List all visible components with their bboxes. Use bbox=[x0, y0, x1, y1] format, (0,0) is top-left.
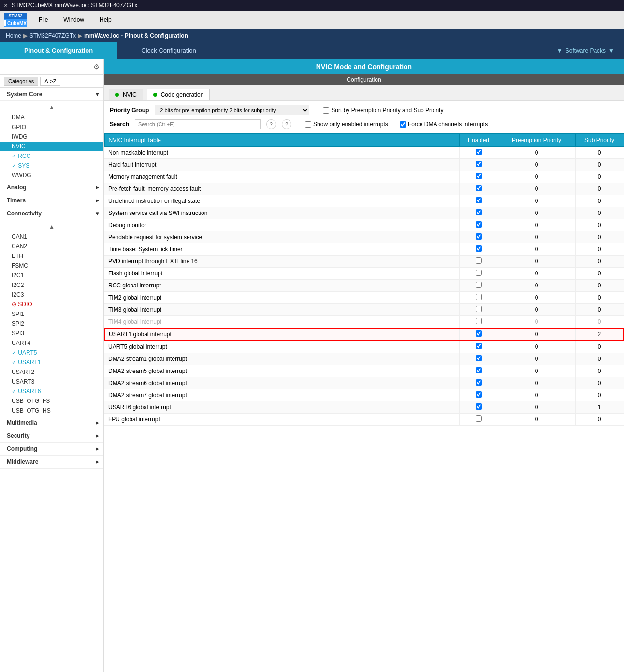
sidebar-item-usb-otg-fs[interactable]: USB_OTG_FS bbox=[0, 396, 103, 406]
interrupt-enabled[interactable] bbox=[459, 377, 498, 389]
gear-icon[interactable]: ⚙ bbox=[93, 63, 100, 71]
sidebar-item-fsmc[interactable]: FSMC bbox=[0, 261, 103, 271]
connectivity-up[interactable]: ▲ bbox=[0, 221, 103, 232]
enabled-checkbox[interactable] bbox=[476, 233, 482, 240]
tab-pinout[interactable]: Pinout & Configuration bbox=[0, 42, 117, 59]
search-icon-2[interactable]: ? bbox=[282, 119, 291, 129]
sidebar-category-security[interactable]: Security ▸ bbox=[0, 429, 103, 443]
interrupt-enabled[interactable] bbox=[459, 401, 498, 414]
enabled-checkbox[interactable] bbox=[476, 173, 482, 179]
interrupt-enabled[interactable] bbox=[459, 292, 498, 304]
enabled-checkbox[interactable] bbox=[476, 330, 482, 337]
sidebar-item-spi2[interactable]: SPI2 bbox=[0, 319, 103, 329]
tab-atoz[interactable]: A->Z bbox=[40, 77, 60, 86]
interrupt-enabled[interactable] bbox=[459, 328, 498, 341]
interrupt-enabled[interactable] bbox=[459, 219, 498, 231]
sidebar-item-nvic[interactable]: NVIC bbox=[0, 142, 103, 151]
enabled-checkbox[interactable] bbox=[476, 149, 482, 155]
sidebar-item-usart2[interactable]: USART2 bbox=[0, 367, 103, 377]
enabled-checkbox[interactable] bbox=[476, 379, 482, 386]
enabled-checkbox[interactable] bbox=[476, 391, 482, 398]
enabled-checkbox[interactable] bbox=[476, 355, 482, 361]
sidebar-category-middleware[interactable]: Middleware Middleware ▸ bbox=[0, 456, 103, 469]
interrupt-enabled[interactable] bbox=[459, 147, 498, 159]
menu-window[interactable]: Window bbox=[56, 14, 92, 25]
enabled-checkbox[interactable] bbox=[476, 294, 482, 300]
sidebar-category-system-core[interactable]: System Core ▾ ▲ DMA GPIO IWDG NVIC ✓ RCC… bbox=[0, 88, 103, 181]
tab-code-generation[interactable]: Code generation bbox=[147, 89, 210, 100]
sort-checkbox-label[interactable]: Sort by Preemption Priority and Sub Prio… bbox=[323, 107, 443, 114]
interrupt-enabled[interactable] bbox=[459, 389, 498, 401]
sidebar-category-analog[interactable]: Analog ▸ bbox=[0, 181, 103, 194]
sidebar-item-can1[interactable]: CAN1 bbox=[0, 232, 103, 242]
interrupt-enabled[interactable] bbox=[459, 159, 498, 171]
enabled-checkbox[interactable] bbox=[476, 161, 482, 167]
search-input[interactable] bbox=[135, 119, 261, 129]
tab-categories[interactable]: Categories bbox=[4, 77, 38, 86]
sidebar-item-sys[interactable]: ✓ SYS bbox=[0, 161, 103, 171]
interrupt-enabled[interactable] bbox=[459, 316, 498, 329]
sidebar-item-wwdg[interactable]: WWDG bbox=[0, 171, 103, 180]
sidebar-item-usart3[interactable]: USART3 bbox=[0, 377, 103, 386]
interrupt-enabled[interactable] bbox=[459, 207, 498, 219]
enabled-checkbox[interactable] bbox=[476, 282, 482, 288]
sidebar-item-i2c3[interactable]: I2C3 bbox=[0, 290, 103, 300]
interrupt-enabled[interactable] bbox=[459, 304, 498, 316]
priority-select[interactable]: 2 bits for pre-emption priority 2 bits f… bbox=[155, 105, 309, 115]
enabled-checkbox[interactable] bbox=[476, 318, 482, 324]
interrupt-enabled[interactable] bbox=[459, 243, 498, 256]
sidebar-item-spi3[interactable]: SPI3 bbox=[0, 329, 103, 338]
interrupt-enabled[interactable] bbox=[459, 268, 498, 280]
enabled-checkbox[interactable] bbox=[476, 245, 482, 252]
sidebar-item-rcc[interactable]: ✓ RCC bbox=[0, 151, 103, 161]
sort-checkbox[interactable] bbox=[323, 107, 329, 114]
sidebar-item-i2c1[interactable]: I2C1 bbox=[0, 271, 103, 280]
interrupt-enabled[interactable] bbox=[459, 183, 498, 195]
show-enabled-checkbox[interactable] bbox=[305, 121, 311, 128]
sidebar-item-dma[interactable]: DMA bbox=[0, 113, 103, 122]
enabled-checkbox[interactable] bbox=[476, 270, 482, 276]
interrupt-enabled[interactable] bbox=[459, 414, 498, 426]
enabled-checkbox[interactable] bbox=[476, 257, 482, 264]
sidebar-item-gpio[interactable]: GPIO bbox=[0, 122, 103, 132]
interrupt-enabled[interactable] bbox=[459, 256, 498, 268]
interrupt-enabled[interactable] bbox=[459, 195, 498, 207]
sidebar-item-uart5[interactable]: ✓ UART5 bbox=[0, 348, 103, 357]
enabled-checkbox[interactable] bbox=[476, 209, 482, 215]
sidebar-item-iwdg[interactable]: IWDG bbox=[0, 132, 103, 142]
sidebar-item-spi1[interactable]: SPI1 bbox=[0, 309, 103, 319]
enabled-checkbox[interactable] bbox=[476, 403, 482, 410]
sidebar-item-sdio[interactable]: ⊘ SDIO bbox=[0, 300, 103, 309]
sidebar-category-connectivity[interactable]: Connectivity ▾ ▲ CAN1 CAN2 ETH FSMC I2C1… bbox=[0, 207, 103, 416]
interrupt-enabled[interactable] bbox=[459, 171, 498, 183]
sidebar-item-usb-otg-hs[interactable]: USB_OTG_HS bbox=[0, 406, 103, 415]
enabled-checkbox[interactable] bbox=[476, 197, 482, 203]
sidebar-item-can2[interactable]: CAN2 bbox=[0, 242, 103, 251]
enabled-checkbox[interactable] bbox=[476, 343, 482, 349]
tab-clock[interactable]: Clock Configuration bbox=[117, 42, 220, 59]
enabled-checkbox[interactable] bbox=[476, 221, 482, 228]
sidebar-category-multimedia[interactable]: Multimedia ▸ bbox=[0, 416, 103, 429]
software-packs-btn[interactable]: ▼ Software Packs ▼ bbox=[547, 42, 624, 59]
interrupt-enabled[interactable] bbox=[459, 365, 498, 377]
tab-nvic[interactable]: NVIC bbox=[109, 89, 143, 100]
menu-help[interactable]: Help bbox=[92, 14, 119, 25]
sidebar-item-usart1[interactable]: ✓ USART1 bbox=[0, 357, 103, 367]
enabled-checkbox[interactable] bbox=[476, 185, 482, 191]
menu-file[interactable]: File bbox=[31, 14, 56, 25]
system-core-up[interactable]: ▲ bbox=[0, 102, 103, 113]
interrupt-enabled[interactable] bbox=[459, 280, 498, 292]
sidebar-item-i2c2[interactable]: I2C2 bbox=[0, 280, 103, 290]
force-dma-checkbox[interactable] bbox=[400, 121, 406, 128]
sidebar-search-input[interactable] bbox=[4, 62, 91, 71]
sidebar-category-timers[interactable]: Timers ▸ bbox=[0, 194, 103, 207]
force-dma-label[interactable]: Force DMA channels Interrupts bbox=[400, 121, 488, 128]
sidebar-item-uart4[interactable]: UART4 bbox=[0, 338, 103, 348]
breadcrumb-device[interactable]: STM32F407ZGTx bbox=[29, 32, 76, 39]
sidebar-item-usart6[interactable]: ✓ USART6 bbox=[0, 386, 103, 396]
sidebar-category-computing[interactable]: Computing ▸ bbox=[0, 443, 103, 456]
breadcrumb-page[interactable]: mmWave.ioc - Pinout & Configuration bbox=[84, 32, 188, 39]
enabled-checkbox[interactable] bbox=[476, 367, 482, 373]
interrupt-enabled[interactable] bbox=[459, 341, 498, 353]
sidebar-item-eth[interactable]: ETH bbox=[0, 251, 103, 261]
